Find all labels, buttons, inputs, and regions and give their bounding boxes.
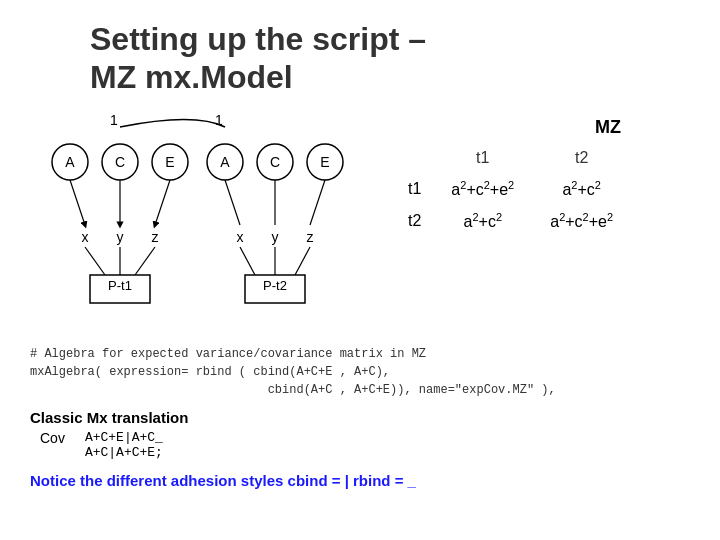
- cell-t1-t1: a2+c2+e2: [433, 173, 532, 205]
- cov-line2: A+C|A+C+E;: [85, 445, 163, 460]
- matrix-table: t1 t2 t1 a2+c2+e2 a2+c2 t2 a2+c2 a2+c2+e…: [390, 143, 631, 238]
- matrix-row-t2: t2 a2+c2 a2+c2+e2: [390, 205, 631, 237]
- classic-content: Cov A+C+E|A+C_ A+C|A+C+E;: [40, 430, 690, 460]
- matrix-area: MZ t1 t2 t1 a2+c2+e2 a2+c2: [390, 117, 631, 238]
- slide-title: Setting up the script – MZ mx.Model: [90, 20, 690, 97]
- row-label-t2: t2: [390, 205, 433, 237]
- node-z-right: z: [307, 229, 314, 245]
- arrow-E-z: [155, 180, 170, 225]
- cell-t2-t2: a2+c2+e2: [532, 205, 631, 237]
- path-diagram: 1 1 A C E A C: [30, 107, 370, 337]
- node-C-left-label: C: [115, 154, 125, 170]
- row-label-t1: t1: [390, 173, 433, 205]
- cov-line1: A+C+E|A+C_: [85, 430, 163, 445]
- arrow-A-x: [70, 180, 85, 225]
- arrow-A-x-right: [225, 180, 240, 225]
- code-line2: cbind(A+C , A+C+E)), name="expCov.MZ" ),: [30, 381, 690, 399]
- slide: Setting up the script – MZ mx.Model 1 1 …: [0, 0, 720, 540]
- node-x-right: x: [237, 229, 244, 245]
- cell-t1-t2: a2+c2: [532, 173, 631, 205]
- node-E-left-label: E: [165, 154, 174, 170]
- box-pt1-label: P-t1: [108, 278, 132, 293]
- arrow-z-pt2: [295, 247, 310, 275]
- classic-section: Classic Mx translation Cov A+C+E|A+C_ A+…: [30, 409, 690, 460]
- cov-label: Cov: [40, 430, 65, 460]
- node-y-left: y: [117, 229, 124, 245]
- title-line1: Setting up the script –: [90, 21, 426, 57]
- node-A-left-label: A: [65, 154, 75, 170]
- arrow-E-z-right: [310, 180, 325, 225]
- classic-label: Classic Mx translation: [30, 409, 690, 426]
- box-pt2-label: P-t2: [263, 278, 287, 293]
- cov-values: A+C+E|A+C_ A+C|A+C+E;: [85, 430, 163, 460]
- cell-t2-t1: a2+c2: [433, 205, 532, 237]
- col-header-t2: t2: [532, 143, 631, 173]
- mz-label: MZ: [390, 117, 621, 138]
- node-A-right-label: A: [220, 154, 230, 170]
- col-header-t1: t1: [433, 143, 532, 173]
- code-section: # Algebra for expected variance/covarian…: [30, 345, 690, 399]
- arrow-x-pt1: [85, 247, 105, 275]
- arrow-x-pt2: [240, 247, 255, 275]
- node-E-right-label: E: [320, 154, 329, 170]
- matrix-row-t1: t1 a2+c2+e2 a2+c2: [390, 173, 631, 205]
- node-C-right-label: C: [270, 154, 280, 170]
- main-content: 1 1 A C E A C: [30, 107, 690, 337]
- twin-connector: [120, 119, 225, 127]
- node-x-left: x: [82, 229, 89, 245]
- label-1-left: 1: [110, 112, 118, 128]
- code-comment: # Algebra for expected variance/covarian…: [30, 345, 690, 363]
- diagram-svg: 1 1 A C E A C: [30, 107, 370, 337]
- arrow-z-pt1: [135, 247, 155, 275]
- node-z-left: z: [152, 229, 159, 245]
- notice-line: Notice the different adhesion styles cbi…: [30, 472, 690, 489]
- title-line2: MZ mx.Model: [90, 59, 293, 95]
- code-line1: mxAlgebra( expression= rbind ( cbind(A+C…: [30, 363, 690, 381]
- node-y-right: y: [272, 229, 279, 245]
